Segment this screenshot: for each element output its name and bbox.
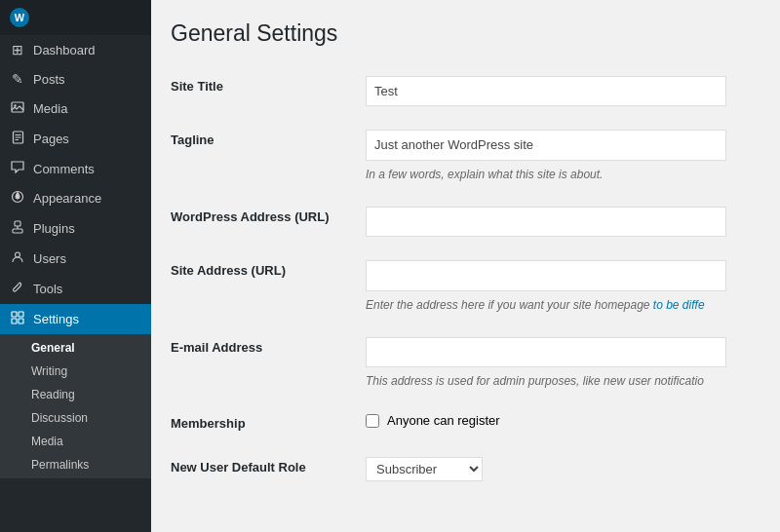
media-icon (10, 100, 25, 117)
svg-rect-11 (12, 312, 17, 317)
site-address-label: Site Address (URL) (171, 248, 366, 325)
submenu-discussion[interactable]: Discussion (0, 406, 151, 430)
submenu-media[interactable]: Media (0, 430, 151, 453)
settings-form: Site Title Tagline In a few words, expla… (171, 64, 760, 494)
wp-address-input[interactable] (366, 207, 726, 238)
submenu-reading[interactable]: Reading (0, 383, 151, 406)
sidebar-item-label: Appearance (33, 191, 101, 206)
svg-rect-9 (13, 229, 22, 233)
sidebar-item-settings[interactable]: Settings (0, 304, 151, 334)
svg-point-1 (14, 104, 16, 106)
plugins-icon (10, 220, 25, 237)
wp-address-row: WordPress Address (URL) (171, 195, 760, 249)
users-icon (10, 250, 25, 267)
sidebar-item-pages[interactable]: Pages (0, 124, 151, 154)
svg-rect-0 (12, 102, 23, 112)
svg-point-10 (16, 252, 20, 257)
site-title-cell (366, 64, 760, 119)
settings-icon (10, 311, 25, 327)
sidebar-item-users[interactable]: Users (0, 244, 151, 274)
main-content: General Settings Site Title Tagline In a… (151, 0, 780, 532)
sidebar-item-label: Settings (33, 312, 79, 326)
membership-checkbox-label[interactable]: Anyone can register (387, 413, 500, 428)
sidebar-item-label: Dashboard (33, 43, 96, 57)
sidebar: W ⊞ Dashboard ✎ Posts Media Pages Commen… (0, 0, 151, 532)
submenu-permalinks[interactable]: Permalinks (0, 453, 151, 476)
tagline-row: Tagline In a few words, explain what thi… (171, 118, 760, 195)
dashboard-icon: ⊞ (10, 42, 25, 57)
membership-row: Membership Anyone can register (171, 401, 760, 445)
site-address-link[interactable]: to be diffe (653, 298, 705, 312)
sidebar-header: W (0, 0, 151, 35)
sidebar-item-plugins[interactable]: Plugins (0, 213, 151, 244)
pages-icon (10, 131, 25, 147)
membership-cell: Anyone can register (366, 401, 760, 445)
default-role-label: New User Default Role (171, 445, 366, 493)
submenu-general[interactable]: General (0, 336, 151, 360)
sidebar-item-label: Comments (33, 162, 95, 176)
submenu-writing[interactable]: Writing (0, 360, 151, 383)
sidebar-item-appearance[interactable]: Appearance (0, 183, 151, 213)
default-role-cell: Subscriber Contributor Author Editor Adm… (366, 445, 760, 493)
default-role-select[interactable]: Subscriber Contributor Author Editor Adm… (366, 457, 483, 481)
posts-icon: ✎ (10, 71, 25, 87)
appearance-icon (10, 190, 25, 207)
wp-logo: W (10, 8, 29, 27)
email-cell: This address is used for admin purposes,… (366, 325, 760, 402)
sidebar-item-posts[interactable]: ✎ Posts (0, 64, 151, 94)
membership-checkbox[interactable] (366, 414, 379, 428)
sidebar-item-comments[interactable]: Comments (0, 154, 151, 183)
tagline-input[interactable] (366, 130, 726, 161)
sidebar-item-label: Posts (33, 72, 65, 87)
wp-address-cell (366, 195, 760, 249)
site-address-cell: Enter the address here if you want your … (366, 248, 760, 325)
email-description: This address is used for admin purposes,… (366, 372, 760, 390)
site-title-input[interactable] (366, 76, 726, 107)
tagline-cell: In a few words, explain what this site i… (366, 118, 760, 195)
sidebar-item-dashboard[interactable]: ⊞ Dashboard (0, 35, 151, 64)
sidebar-item-label: Tools (33, 282, 62, 296)
sidebar-item-label: Media (33, 101, 67, 116)
membership-checkbox-row: Anyone can register (366, 413, 760, 428)
svg-rect-14 (19, 319, 23, 323)
site-title-label: Site Title (171, 64, 366, 119)
sidebar-item-label: Plugins (33, 221, 75, 236)
comments-icon (10, 161, 25, 176)
tools-icon (10, 281, 25, 297)
svg-rect-12 (19, 312, 23, 317)
site-address-input[interactable] (366, 260, 726, 291)
site-address-description: Enter the address here if you want your … (366, 296, 760, 314)
tagline-label: Tagline (171, 118, 366, 195)
site-title-row: Site Title (171, 64, 760, 119)
svg-rect-7 (15, 221, 20, 226)
page-title: General Settings (171, 19, 760, 49)
tagline-description: In a few words, explain what this site i… (366, 166, 760, 183)
sidebar-item-label: Users (33, 251, 66, 266)
sidebar-item-media[interactable]: Media (0, 94, 151, 124)
email-input[interactable] (366, 337, 726, 368)
sidebar-item-label: Pages (33, 132, 69, 146)
site-address-row: Site Address (URL) Enter the address her… (171, 248, 760, 325)
settings-submenu: General Writing Reading Discussion Media… (0, 334, 151, 478)
sidebar-item-tools[interactable]: Tools (0, 274, 151, 304)
email-row: E-mail Address This address is used for … (171, 325, 760, 402)
default-role-row: New User Default Role Subscriber Contrib… (171, 445, 760, 493)
membership-label: Membership (171, 401, 366, 445)
wp-address-label: WordPress Address (URL) (171, 195, 366, 249)
svg-rect-13 (12, 319, 17, 323)
email-label: E-mail Address (171, 325, 366, 402)
